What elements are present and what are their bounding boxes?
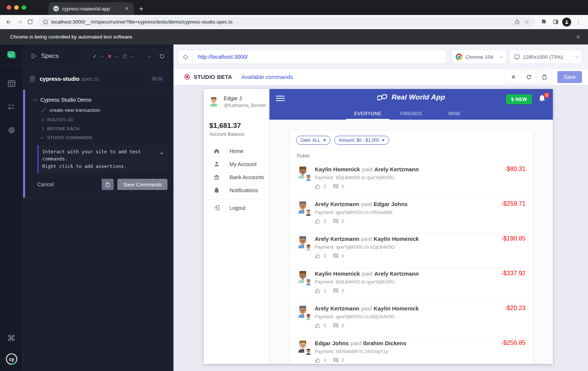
- comment-icon[interactable]: [333, 322, 339, 329]
- site-info-icon[interactable]: [43, 19, 48, 25]
- chevron-down-icon: [34, 98, 37, 101]
- tab-friends[interactable]: FRIENDS: [390, 108, 433, 120]
- tab-mine[interactable]: MINE: [433, 108, 476, 120]
- notifications-bell[interactable]: 8: [538, 94, 548, 104]
- bookmark-star-icon[interactable]: ☆: [522, 18, 532, 27]
- amount-filter-chip[interactable]: Amount: $0 - $1,000: [334, 136, 390, 145]
- tab-close-icon[interactable]: ✕: [123, 5, 130, 12]
- like-icon[interactable]: [315, 357, 321, 364]
- receiver-avatar: [304, 278, 313, 286]
- comment-count: 0: [342, 184, 344, 189]
- cancel-button[interactable]: Cancel: [37, 181, 54, 187]
- payer-name[interactable]: Arely Kertzmann: [315, 201, 359, 207]
- comment-icon[interactable]: [333, 183, 339, 190]
- sidebar-item-logout[interactable]: Logout: [204, 201, 269, 214]
- payer-name[interactable]: Arely Kertzmann: [315, 236, 359, 242]
- runs-nav-icon[interactable]: [7, 102, 16, 111]
- studio-commands-row[interactable]: STUDIO COMMANDS: [25, 133, 173, 142]
- sidebar-item-label: Notifications: [230, 187, 258, 193]
- rerun-icon[interactable]: [156, 50, 168, 62]
- browser-tabstrip: cy cypress-realworld-app ✕ +: [0, 0, 588, 15]
- rwa-sidebar: Edgar J @Katharina_Bernier $1,681.37 Acc…: [204, 89, 270, 364]
- receiver-name[interactable]: Arely Kertzmann: [374, 166, 419, 172]
- maximize-window-button[interactable]: [22, 5, 26, 10]
- like-icon[interactable]: [315, 253, 321, 259]
- payer-name[interactable]: Kaylin Homenick: [315, 166, 360, 172]
- like-icon[interactable]: [315, 183, 321, 190]
- sidebar-item-bank-accounts[interactable]: Bank Accounts: [204, 171, 269, 184]
- transaction-row[interactable]: Kaylin HomenickpaidArely Kertzmann Payme…: [296, 164, 526, 199]
- sidebar-item-notifications[interactable]: Notifications: [204, 184, 269, 197]
- payer-name[interactable]: Kaylin Homenick: [315, 270, 360, 277]
- keyboard-shortcuts-icon[interactable]: ⌘: [7, 334, 16, 343]
- sidebar-item-my-account[interactable]: My Account: [204, 157, 269, 171]
- studio-close-icon[interactable]: ✕: [506, 71, 521, 83]
- save-commands-button[interactable]: Save Commands: [117, 179, 167, 190]
- receiver-name[interactable]: Arely Kertzmann: [374, 270, 419, 277]
- before-each-row[interactable]: BEFORE EACH: [25, 124, 173, 133]
- transaction-row[interactable]: Arely KertzmannpaidEdgar Johns Payment: …: [296, 199, 526, 233]
- new-transaction-button[interactable]: $ NEW: [506, 94, 532, 104]
- transaction-row[interactable]: Arely KertzmannpaidKaylin Homenick Payme…: [296, 303, 526, 338]
- profile-avatar-icon[interactable]: [562, 18, 571, 27]
- settings-gear-icon[interactable]: [7, 126, 16, 135]
- receiver-name[interactable]: Kaylin Homenick: [374, 236, 419, 242]
- comment-icon[interactable]: [333, 253, 339, 259]
- transaction-amount: -$80.31: [505, 165, 526, 172]
- cypress-app-icon[interactable]: [7, 50, 16, 59]
- sidebar-item-label: Logout: [230, 205, 246, 211]
- comment-icon[interactable]: [333, 357, 339, 364]
- available-commands-link[interactable]: Available commands: [241, 74, 293, 80]
- studio-save-button[interactable]: Save: [557, 71, 582, 83]
- like-icon[interactable]: [315, 322, 321, 329]
- side-panel-icon[interactable]: [550, 17, 561, 27]
- caret-down-icon: [382, 139, 385, 141]
- sidebar-item-home[interactable]: Home: [204, 144, 269, 157]
- payment-detail: Payment: qywYp6hS0U to bDjUb4ir5O: [315, 245, 526, 250]
- aut-url-bar[interactable]: http://localhost:3000/: [178, 50, 447, 64]
- browser-menu-icon[interactable]: ⋮: [573, 19, 584, 25]
- transaction-row[interactable]: Edgar JohnspaidIbrahim Dickens Payment: …: [296, 338, 526, 364]
- collapse-chevron-icon[interactable]: [143, 50, 156, 62]
- viewport-select[interactable]: 1280x1000 (73%): [510, 50, 582, 64]
- payer-name[interactable]: Edgar Johns: [315, 340, 349, 346]
- specs-list-icon[interactable]: [30, 52, 37, 60]
- new-tab-button[interactable]: +: [139, 5, 144, 13]
- chevron-right-icon: [40, 127, 44, 131]
- address-bar[interactable]: localhost:3000/__/#/specs/runner?file=cy…: [38, 17, 535, 27]
- like-icon[interactable]: [315, 218, 321, 224]
- studio-restart-icon[interactable]: [521, 71, 536, 83]
- close-window-button[interactable]: [7, 5, 11, 10]
- payer-name[interactable]: Arely Kertzmann: [315, 305, 359, 312]
- transaction-row[interactable]: Arely KertzmannpaidKaylin Homenick Payme…: [296, 233, 526, 268]
- browser-select[interactable]: Chrome 104: [452, 50, 507, 64]
- forward-button[interactable]: [14, 17, 25, 27]
- browser-tab[interactable]: cy cypress-realworld-app ✕: [49, 2, 134, 15]
- minimize-window-button[interactable]: [14, 5, 19, 10]
- transaction-row[interactable]: Kaylin HomenickpaidArely Kertzmann Payme…: [296, 268, 526, 303]
- date-filter-chip[interactable]: Date: ALL: [296, 136, 330, 145]
- test-row[interactable]: create new transaction: [25, 105, 173, 115]
- suite-row[interactable]: Cypress Studio Demo: [25, 95, 173, 105]
- like-icon[interactable]: [315, 288, 321, 294]
- spec-file-row[interactable]: cypress-studio.spec.ts 00:01: [23, 68, 173, 90]
- receiver-name[interactable]: Edgar Johns: [374, 201, 408, 207]
- studio-copy-icon[interactable]: [536, 71, 552, 83]
- comment-icon[interactable]: [333, 218, 339, 224]
- specs-nav-icon[interactable]: [7, 79, 16, 88]
- share-icon[interactable]: [512, 18, 522, 27]
- receiver-name[interactable]: Ibrahim Dickens: [363, 340, 406, 346]
- comment-icon[interactable]: [333, 288, 339, 294]
- back-button[interactable]: [4, 17, 14, 27]
- reload-button[interactable]: [25, 17, 35, 27]
- routes-row[interactable]: ROUTES (3): [25, 115, 173, 124]
- avatar: [296, 235, 313, 253]
- caret-down-icon: [323, 139, 326, 141]
- tab-everyone[interactable]: EVERYONE: [346, 108, 390, 120]
- selector-playground-icon[interactable]: [179, 50, 193, 64]
- cypress-logo[interactable]: cy: [6, 353, 18, 365]
- banner-close-icon[interactable]: ✕: [576, 34, 581, 40]
- copy-commands-button[interactable]: [102, 179, 114, 190]
- receiver-name[interactable]: Kaylin Homenick: [374, 305, 419, 312]
- extensions-icon[interactable]: [538, 17, 549, 27]
